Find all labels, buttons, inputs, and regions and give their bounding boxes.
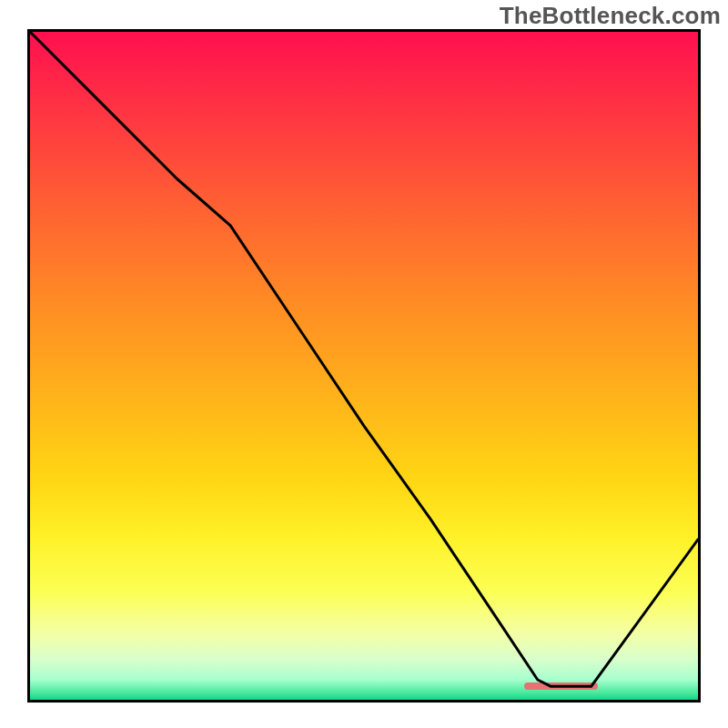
heat-gradient-background bbox=[30, 32, 698, 700]
plot-frame bbox=[27, 29, 701, 703]
optimal-range-marker bbox=[524, 682, 598, 690]
watermark-text: TheBottleneck.com bbox=[500, 2, 721, 30]
chart-container: TheBottleneck.com bbox=[0, 0, 728, 728]
